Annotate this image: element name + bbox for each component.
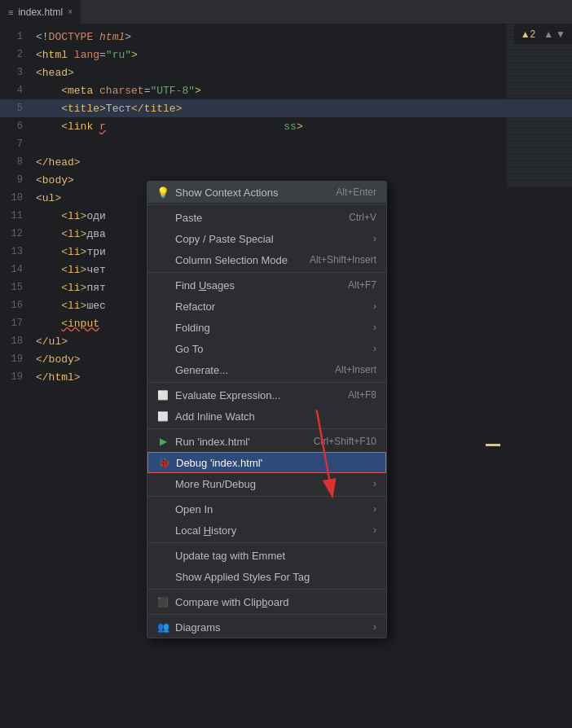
tab-close-button[interactable]: × xyxy=(68,7,73,16)
file-tab[interactable]: ≡ index.html × xyxy=(0,0,81,24)
menu-shortcut: Alt+F8 xyxy=(348,389,376,401)
menu-item-show-context-actions[interactable]: 💡 Show Context Actions Alt+Enter xyxy=(147,182,386,203)
menu-label: Go To xyxy=(175,343,367,355)
line-number: 11 xyxy=(0,210,33,221)
line-number: 13 xyxy=(0,246,33,257)
evaluate-icon: ⬜ xyxy=(156,390,170,401)
debug-icon: 🐞 xyxy=(156,457,171,468)
context-menu: 💡 Show Context Actions Alt+Enter Paste C… xyxy=(147,181,387,638)
menu-item-column-selection[interactable]: Column Selection Mode Alt+Shift+Insert xyxy=(147,249,386,270)
diagrams-icon: 👥 xyxy=(156,621,170,633)
code-line-3: 3 <head> xyxy=(0,64,572,81)
code-line-4: 4 <meta charset="UTF-8"> xyxy=(0,81,572,99)
code-line-7: 7 xyxy=(0,135,572,153)
line-number: 6 xyxy=(0,121,33,132)
submenu-arrow: › xyxy=(373,322,376,333)
menu-item-run-index[interactable]: ▶ Run 'index.html' Ctrl+Shift+F10 xyxy=(147,431,386,452)
line-content: <body> xyxy=(33,174,74,186)
warning-badge[interactable]: ▲2 ▲ ▼ xyxy=(521,29,565,40)
line-content: <meta charset="UTF-8"> xyxy=(33,85,201,97)
tab-bar: ≡ index.html × xyxy=(0,0,572,24)
line-content: <!DOCTYPE html> xyxy=(33,31,131,43)
file-icon: ≡ xyxy=(8,7,13,17)
line-number: 1 xyxy=(0,31,33,42)
menu-item-debug-index[interactable]: 🐞 Debug 'index.html' xyxy=(147,452,386,473)
menu-label: Local History xyxy=(175,524,367,537)
menu-separator xyxy=(147,272,386,273)
line-number: 4 xyxy=(0,85,33,96)
line-content: </html> xyxy=(33,371,81,384)
line-content: <title>Тест</title> xyxy=(33,103,182,115)
menu-item-paste[interactable]: Paste Ctrl+V xyxy=(147,207,386,228)
menu-shortcut: Alt+Enter xyxy=(336,186,376,198)
line-content: <li>три xyxy=(33,246,106,258)
line-number: 5 xyxy=(0,103,33,114)
submenu-arrow: › xyxy=(373,524,376,536)
menu-separator xyxy=(147,496,386,497)
menu-separator xyxy=(147,614,386,615)
line-content: <head> xyxy=(33,67,74,79)
bulb-icon: 💡 xyxy=(156,186,170,199)
menu-item-evaluate-expression[interactable]: ⬜ Evaluate Expression... Alt+F8 xyxy=(147,384,386,406)
line-number: 19 xyxy=(0,353,33,365)
menu-label: Diagrams xyxy=(175,621,367,634)
line-content: <html lang="ru"> xyxy=(33,49,138,61)
menu-item-more-run-debug[interactable]: More Run/Debug › xyxy=(147,473,386,494)
menu-item-folding[interactable]: Folding › xyxy=(147,317,386,338)
menu-item-show-applied-styles[interactable]: Show Applied Styles For Tag xyxy=(147,566,386,587)
menu-label: Evaluate Expression... xyxy=(175,389,348,401)
menu-item-update-tag[interactable]: Update tag with Emmet xyxy=(147,545,386,566)
line-number: 19 xyxy=(0,371,33,383)
menu-item-compare-clipboard[interactable]: ⬛ Compare with Clipboard xyxy=(147,591,386,612)
nav-up-arrow[interactable]: ▲ xyxy=(543,29,553,40)
line-content: <li>оди xyxy=(33,210,106,222)
menu-separator xyxy=(147,589,386,590)
menu-label: Find Usages xyxy=(175,279,348,292)
menu-label: Compare with Clipboard xyxy=(175,596,376,608)
editor-header: ▲2 ▲ ▼ xyxy=(514,24,572,44)
menu-item-find-usages[interactable]: Find Usages Alt+F7 xyxy=(147,274,386,296)
nav-down-arrow[interactable]: ▼ xyxy=(556,29,565,40)
line-number: 15 xyxy=(0,282,33,293)
menu-label: Generate... xyxy=(175,364,335,376)
menu-label: Show Applied Styles For Tag xyxy=(175,571,376,583)
menu-item-refactor[interactable]: Refactor › xyxy=(147,296,386,317)
code-line-2: 2 <html lang="ru"> xyxy=(0,46,572,64)
editor-area: ▲2 ▲ ▼ 1 <!DOCTYPE html> 2 <html lang="r… xyxy=(0,24,572,728)
menu-item-diagrams[interactable]: 👥 Diagrams › xyxy=(147,616,386,638)
menu-label: Copy / Paste Special xyxy=(175,233,367,245)
line-content: </ul> xyxy=(33,335,68,348)
menu-separator xyxy=(147,204,386,205)
menu-item-local-history[interactable]: Local History › xyxy=(147,520,386,541)
line-number: 2 xyxy=(0,49,33,60)
line-content: </body> xyxy=(33,353,81,366)
menu-label: Show Context Actions xyxy=(175,186,336,199)
menu-separator xyxy=(147,428,386,429)
menu-separator xyxy=(147,542,386,543)
menu-label: Run 'index.html' xyxy=(175,436,314,448)
line-content xyxy=(33,138,42,151)
menu-item-go-to[interactable]: Go To › xyxy=(147,338,386,359)
menu-item-copy-paste-special[interactable]: Copy / Paste Special › xyxy=(147,228,386,249)
inline-watch-icon: ⬜ xyxy=(156,411,170,422)
line-number: 14 xyxy=(0,264,33,275)
menu-shortcut: Ctrl+V xyxy=(349,212,376,223)
yellow-dash xyxy=(486,444,500,446)
menu-item-add-inline-watch[interactable]: ⬜ Add Inline Watch xyxy=(147,406,386,427)
line-content: <input xyxy=(33,318,99,330)
line-number: 18 xyxy=(0,335,33,347)
submenu-arrow: › xyxy=(373,300,376,312)
submenu-arrow: › xyxy=(373,343,376,354)
menu-label: More Run/Debug xyxy=(175,478,367,490)
line-number: 16 xyxy=(0,300,33,311)
line-content: <link r ss> xyxy=(33,121,303,133)
line-content: </head> xyxy=(33,156,81,169)
line-content: <li>чет xyxy=(33,264,106,276)
line-number: 3 xyxy=(0,67,33,78)
menu-shortcut: Ctrl+Shift+F10 xyxy=(314,436,376,447)
code-line-5: 5 <title>Тест</title> xyxy=(0,99,572,117)
menu-item-generate[interactable]: Generate... Alt+Insert xyxy=(147,359,386,380)
menu-label: Paste xyxy=(175,212,349,224)
menu-item-open-in[interactable]: Open In › xyxy=(147,498,386,520)
submenu-arrow: › xyxy=(373,621,376,633)
